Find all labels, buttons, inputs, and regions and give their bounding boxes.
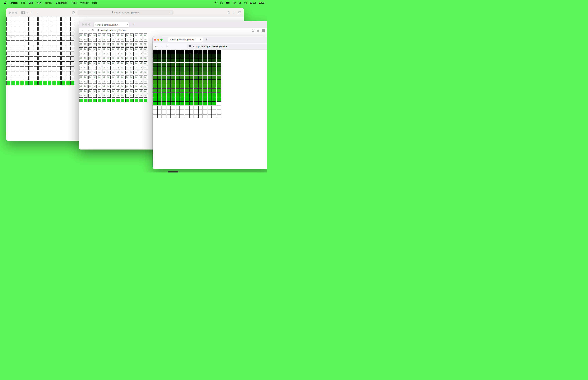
gl-canvas-cell xyxy=(61,76,65,80)
menu-view[interactable]: View xyxy=(35,1,43,4)
zoom-window-button[interactable] xyxy=(15,12,17,14)
menu-edit[interactable]: Edit xyxy=(27,1,35,4)
new-tab-button[interactable]: + xyxy=(133,23,134,26)
broken-image-icon xyxy=(126,85,128,87)
gl-canvas-cell xyxy=(84,43,87,46)
browser-tab[interactable]: ∞ max-gl-contexts.glitch.me × xyxy=(94,22,129,27)
profile-icon[interactable] xyxy=(262,29,265,32)
browser-tab[interactable]: ∞ max-gl-contexts.glitch.me/ × xyxy=(168,37,203,42)
broken-image-icon xyxy=(121,76,123,78)
new-tab-button[interactable]: + xyxy=(233,11,235,15)
gl-canvas-cell xyxy=(66,27,70,31)
privacy-shield-icon[interactable] xyxy=(72,11,75,14)
active-app-name[interactable]: Firefox xyxy=(8,1,19,4)
broken-image-icon xyxy=(117,71,119,73)
apple-menu-icon[interactable] xyxy=(2,1,8,4)
gl-canvas-cell xyxy=(11,52,15,55)
lock-icon[interactable] xyxy=(97,29,99,32)
gl-canvas-cell xyxy=(34,81,38,85)
sidebar-toggle-icon[interactable] xyxy=(21,11,25,14)
gl-canvas-cell xyxy=(134,80,138,84)
menu-file[interactable]: File xyxy=(19,1,27,4)
broken-image-icon xyxy=(94,81,95,82)
gl-canvas-cell xyxy=(130,43,133,46)
broken-image-icon xyxy=(108,53,109,55)
menu-history[interactable]: History xyxy=(43,1,54,4)
control-center-icon[interactable] xyxy=(244,1,247,4)
forward-button[interactable]: → xyxy=(86,29,89,32)
address-bar[interactable]: max-gl-contexts.glitch.me xyxy=(77,10,173,15)
menu-tools[interactable]: Tools xyxy=(69,1,79,4)
minimize-window-button[interactable] xyxy=(85,23,87,25)
wifi-icon[interactable] xyxy=(233,2,236,4)
reload-icon[interactable] xyxy=(91,29,94,32)
back-button[interactable]: ← xyxy=(81,29,84,32)
close-window-button[interactable] xyxy=(154,38,156,41)
share-icon[interactable] xyxy=(228,11,230,15)
gl-canvas-cell xyxy=(98,47,101,51)
gl-canvas-cell xyxy=(134,66,138,70)
spotlight-search-icon[interactable] xyxy=(239,1,241,4)
gl-canvas-cell xyxy=(162,71,166,75)
gl-canvas-cell xyxy=(79,34,83,37)
gl-canvas-cell xyxy=(144,85,147,88)
tracking-shield-icon[interactable] xyxy=(189,45,191,48)
gl-canvas-cell xyxy=(189,110,193,114)
broken-image-icon xyxy=(98,53,100,55)
gl-canvas-cell xyxy=(208,93,212,97)
address-bar[interactable]: max-gl-contexts.glitch.me xyxy=(101,29,126,32)
broken-image-icon xyxy=(121,95,123,96)
menubar-date[interactable]: 26 Jul xyxy=(250,1,256,4)
broken-image-icon xyxy=(94,67,95,68)
gl-canvas-cell xyxy=(107,76,111,79)
gl-canvas-cell xyxy=(112,71,115,74)
broken-image-icon xyxy=(131,81,132,82)
forward-button[interactable]: › xyxy=(36,10,38,15)
menubar-time[interactable]: 10:32 xyxy=(259,1,265,4)
grammarly-icon[interactable]: G xyxy=(214,1,217,4)
battery-icon[interactable] xyxy=(226,2,230,4)
gl-canvas-cell xyxy=(171,67,175,71)
gl-canvas-cell xyxy=(194,80,198,84)
broken-image-icon xyxy=(98,71,100,73)
playback-icon[interactable] xyxy=(220,1,223,4)
minimize-window-button[interactable] xyxy=(12,12,14,14)
address-bar[interactable]: https://max-gl-contexts.glitch.me xyxy=(187,44,267,49)
zoom-window-button[interactable] xyxy=(160,38,162,41)
lock-icon[interactable] xyxy=(193,45,194,48)
gl-canvas-cell xyxy=(61,42,65,45)
back-button[interactable]: ← xyxy=(155,44,158,48)
gl-canvas-cell xyxy=(139,66,143,70)
gl-canvas-cell xyxy=(70,22,74,26)
tab-close-icon[interactable]: × xyxy=(200,38,201,41)
bookmark-star-icon[interactable]: ☆ xyxy=(257,29,259,32)
broken-image-icon xyxy=(108,38,109,40)
new-tab-button[interactable]: + xyxy=(206,38,207,41)
menu-window[interactable]: Window xyxy=(78,1,90,4)
tab-close-icon[interactable]: × xyxy=(127,23,128,26)
gl-canvas-cell xyxy=(79,38,83,42)
chevron-down-icon[interactable] xyxy=(26,12,28,13)
zoom-window-button[interactable] xyxy=(88,23,90,25)
share-icon[interactable] xyxy=(252,29,254,33)
menu-help[interactable]: Help xyxy=(90,1,99,4)
gl-canvas-cell xyxy=(167,50,171,54)
gl-canvas-cell xyxy=(134,34,138,37)
close-window-button[interactable] xyxy=(9,12,11,14)
reload-icon[interactable] xyxy=(170,11,172,14)
tab-overview-icon[interactable] xyxy=(238,11,241,15)
reload-icon[interactable] xyxy=(166,44,168,47)
gl-canvas-cell xyxy=(130,61,133,65)
url-text: max-gl-contexts.glitch.me xyxy=(114,11,139,14)
back-button[interactable]: ‹ xyxy=(31,10,32,15)
gl-canvas-cell xyxy=(16,52,19,55)
gl-canvas-cell xyxy=(157,50,161,54)
menu-bookmarks[interactable]: Bookmarks xyxy=(54,1,69,4)
gl-canvas-cell xyxy=(79,85,83,88)
gl-canvas-cell xyxy=(93,66,97,70)
close-window-button[interactable] xyxy=(82,23,84,25)
gl-canvas-cell xyxy=(162,54,166,58)
forward-button[interactable]: → xyxy=(160,44,163,48)
broken-image-icon xyxy=(140,38,142,40)
minimize-window-button[interactable] xyxy=(157,38,159,41)
